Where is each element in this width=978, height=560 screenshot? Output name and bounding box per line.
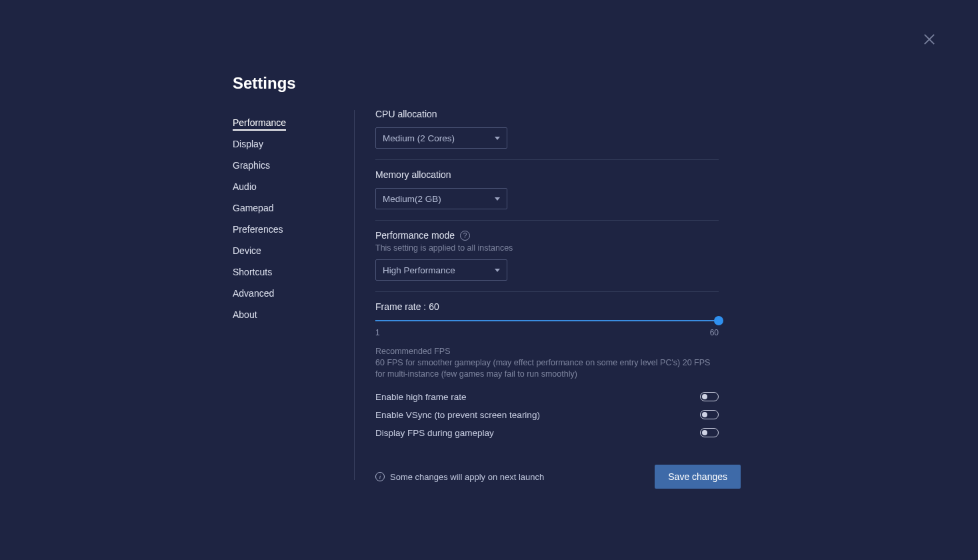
performance-mode-hint: This setting is applied to all instances [375, 243, 719, 253]
recommended-fps-body: 60 FPS for smoother gameplay (may effect… [375, 357, 719, 380]
chevron-down-icon [495, 137, 500, 140]
settings-sidebar: Performance Display Graphics Audio Gamep… [233, 112, 346, 325]
slider-max: 60 [710, 328, 719, 337]
sidebar-item-shortcuts[interactable]: Shortcuts [233, 261, 346, 283]
sidebar-item-advanced[interactable]: Advanced [233, 283, 346, 304]
display-fps-toggle[interactable] [700, 428, 719, 437]
sidebar-item-label: Audio [233, 181, 257, 192]
toggle-row-vsync: Enable VSync (to prevent screen tearing) [375, 410, 719, 420]
frame-rate-section: Frame rate : 60 1 60 Recommended FPS 60 … [375, 292, 719, 449]
sidebar-item-preferences[interactable]: Preferences [233, 219, 346, 240]
label-text: Performance mode [375, 230, 455, 241]
slider-min: 1 [375, 328, 380, 337]
toggle-row-high-fps: Enable high frame rate [375, 392, 719, 402]
sidebar-item-device[interactable]: Device [233, 240, 346, 261]
cpu-allocation-section: CPU allocation Medium (2 Cores) [375, 109, 719, 160]
performance-mode-section: Performance mode ? This setting is appli… [375, 221, 719, 292]
chevron-down-icon [495, 269, 500, 272]
frame-rate-value: 60 [429, 301, 439, 312]
toggle-knob [702, 430, 707, 435]
sidebar-item-label: Gamepad [233, 203, 273, 213]
info-icon: i [375, 472, 385, 481]
sidebar-item-label: Display [233, 139, 263, 149]
sidebar-item-about[interactable]: About [233, 304, 346, 325]
sidebar-item-label: Advanced [233, 288, 274, 299]
toggle-label: Display FPS during gameplay [375, 428, 494, 438]
select-value: High Performance [383, 265, 455, 275]
sidebar-item-gamepad[interactable]: Gamepad [233, 197, 346, 219]
slider-ticks: 1 60 [375, 328, 719, 337]
performance-mode-select[interactable]: High Performance [375, 259, 507, 281]
memory-allocation-section: Memory allocation Medium(2 GB) [375, 160, 719, 221]
cpu-allocation-label: CPU allocation [375, 109, 719, 119]
sidebar-item-audio[interactable]: Audio [233, 176, 346, 197]
toggle-row-display-fps: Display FPS during gameplay [375, 428, 719, 438]
sidebar-item-label: Preferences [233, 224, 283, 235]
frame-rate-label: Frame rate : 60 [375, 301, 719, 312]
memory-allocation-label: Memory allocation [375, 169, 719, 180]
select-value: Medium (2 Cores) [383, 133, 455, 143]
sidebar-item-label: Shortcuts [233, 267, 272, 277]
slider-thumb[interactable] [714, 316, 723, 325]
save-changes-button[interactable]: Save changes [655, 465, 741, 489]
vsync-toggle[interactable] [700, 410, 719, 419]
sidebar-item-graphics[interactable]: Graphics [233, 155, 346, 176]
cpu-allocation-select[interactable]: Medium (2 Cores) [375, 127, 507, 149]
toggle-label: Enable VSync (to prevent screen tearing) [375, 410, 540, 420]
select-value: Medium(2 GB) [383, 194, 441, 204]
vertical-divider [354, 110, 355, 480]
footer-bar: i Some changes will apply on next launch… [375, 465, 741, 489]
footer-note: i Some changes will apply on next launch [375, 472, 544, 482]
memory-allocation-select[interactable]: Medium(2 GB) [375, 188, 507, 209]
high-frame-rate-toggle[interactable] [700, 392, 719, 401]
sidebar-item-label: Graphics [233, 160, 270, 171]
performance-mode-label: Performance mode ? [375, 230, 719, 241]
settings-content: CPU allocation Medium (2 Cores) Memory a… [375, 109, 719, 449]
toggle-knob [702, 394, 707, 399]
close-button[interactable] [923, 33, 937, 47]
sidebar-item-display[interactable]: Display [233, 133, 346, 155]
help-icon[interactable]: ? [460, 231, 470, 241]
toggle-knob [702, 412, 707, 417]
chevron-down-icon [495, 197, 500, 201]
label-prefix: Frame rate : [375, 301, 429, 312]
sidebar-item-label: Performance [233, 117, 286, 131]
sidebar-item-performance[interactable]: Performance [233, 112, 346, 133]
page-title: Settings [233, 74, 296, 93]
recommended-fps-title: Recommended FPS [375, 347, 719, 356]
frame-rate-slider[interactable] [375, 320, 719, 321]
sidebar-item-label: About [233, 309, 257, 320]
sidebar-item-label: Device [233, 245, 261, 256]
toggle-label: Enable high frame rate [375, 392, 467, 402]
footer-note-text: Some changes will apply on next launch [390, 472, 544, 482]
